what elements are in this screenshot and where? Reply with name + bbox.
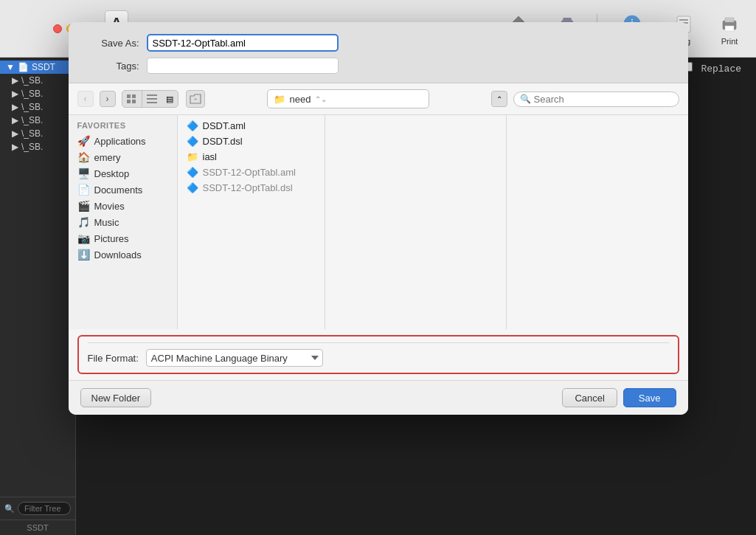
fav-downloads[interactable]: ⬇️ Downloads: [69, 246, 177, 263]
save-button[interactable]: Save: [623, 388, 676, 407]
save-as-row: Save As:: [80, 34, 676, 52]
file-name: SSDT-12-OptTabl.dsl: [203, 182, 293, 193]
svg-rect-15: [132, 100, 136, 103]
cancel-button[interactable]: Cancel: [562, 388, 617, 407]
fav-label: emery: [94, 152, 121, 163]
svg-rect-16: [147, 94, 157, 96]
icon-view-button[interactable]: [122, 91, 142, 107]
fav-applications[interactable]: 🚀 Applications: [69, 133, 177, 149]
svg-rect-18: [147, 102, 157, 103]
file-list: 🔷 DSDT.aml 🔷 DSDT.dsl 📁 iasl: [178, 115, 688, 329]
column-view-button[interactable]: ▤: [162, 91, 178, 107]
aml-icon-2: 🔷: [187, 167, 198, 178]
dialog-header: Save As: Tags:: [69, 22, 688, 83]
fav-label: Desktop: [94, 168, 130, 179]
forward-button[interactable]: ›: [100, 91, 116, 107]
fav-label: Documents: [94, 184, 143, 196]
dsl-icon-2: 🔷: [187, 182, 198, 193]
file-item-dsdt-dsl[interactable]: 🔷 DSDT.dsl: [178, 134, 325, 149]
tags-row: Tags:: [80, 58, 676, 74]
location-chevron-icon: ⌃⌄: [315, 95, 327, 103]
save-as-input[interactable]: [147, 34, 339, 52]
documents-icon: 📄: [77, 184, 90, 196]
folder-icon: 📁: [187, 151, 198, 162]
list-view-icon: [147, 94, 157, 103]
format-bar: File Format: ACPI Machine Language Binar…: [77, 335, 679, 374]
file-column-2: [325, 115, 507, 329]
location-expand-button[interactable]: ⌃: [491, 91, 507, 107]
format-row: File Format: ACPI Machine Language Binar…: [88, 349, 669, 367]
desktop-icon: 🖥️: [77, 168, 90, 179]
save-dialog: Save As: Tags: ‹ ›: [69, 22, 688, 415]
file-item-ssdt-aml[interactable]: 🔷 SSDT-12-OptTabl.aml: [178, 165, 325, 180]
list-view-button[interactable]: [142, 91, 162, 107]
svg-text:+: +: [193, 96, 197, 103]
aml-icon: 🔷: [187, 120, 198, 131]
fav-label: Downloads: [94, 249, 142, 260]
fav-documents[interactable]: 📄 Documents: [69, 182, 177, 198]
search-input[interactable]: [534, 94, 673, 105]
fav-label: Pictures: [94, 233, 129, 244]
file-column-3: [507, 115, 688, 329]
new-folder-button[interactable]: New Folder: [80, 388, 151, 407]
svg-rect-13: [132, 94, 136, 98]
applications-icon: 🚀: [77, 135, 90, 147]
file-column-main: 🔷 DSDT.aml 🔷 DSDT.dsl 📁 iasl: [178, 115, 325, 329]
dsl-icon: 🔷: [187, 136, 198, 147]
dialog-footer: New Folder Cancel Save: [69, 380, 688, 415]
favorites-header: Favorites: [69, 121, 177, 133]
svg-rect-14: [127, 100, 131, 103]
movies-icon: 🎬: [77, 200, 90, 212]
fav-movies[interactable]: 🎬 Movies: [69, 198, 177, 214]
pictures-icon: 📷: [77, 232, 90, 244]
main-area: ▼ 📄 SSDT ▶ \_SB. ▶ \_SB. ▶ \_SB. ▶ \_SB.: [0, 58, 756, 535]
save-as-label: Save As:: [80, 38, 139, 49]
fav-desktop[interactable]: 🖥️ Desktop: [69, 165, 177, 182]
new-folder-icon: +: [190, 94, 201, 104]
save-dialog-overlay: Save As: Tags: ‹ ›: [0, 0, 756, 535]
file-name: DSDT.dsl: [203, 136, 243, 147]
location-label: need: [290, 94, 311, 105]
format-divider: [88, 342, 669, 343]
back-button[interactable]: ‹: [77, 91, 94, 107]
search-box: 🔍: [513, 92, 679, 107]
fav-label: Music: [94, 217, 119, 228]
svg-rect-17: [147, 98, 157, 100]
file-name: iasl: [203, 151, 218, 162]
search-icon: 🔍: [520, 94, 531, 104]
new-folder-icon-button[interactable]: +: [186, 90, 205, 108]
location-picker[interactable]: 📁 need ⌃⌄: [267, 89, 429, 108]
tags-label: Tags:: [80, 61, 139, 72]
file-item-ssdt-dsl[interactable]: 🔷 SSDT-12-OptTabl.dsl: [178, 180, 325, 196]
folder-icon: 📁: [274, 94, 285, 105]
svg-rect-12: [127, 94, 131, 98]
file-name: DSDT.aml: [203, 120, 246, 131]
fav-emery[interactable]: 🏠 emery: [69, 149, 177, 165]
format-select[interactable]: ACPI Machine Language BinaryACPI Source …: [146, 349, 323, 367]
tags-input[interactable]: [147, 58, 339, 74]
view-toggle: ▤: [122, 90, 178, 108]
file-item-iasl[interactable]: 📁 iasl: [178, 149, 325, 165]
music-icon: 🎵: [77, 216, 90, 228]
file-name: SSDT-12-OptTabl.aml: [203, 167, 296, 178]
fav-label: Applications: [94, 136, 146, 147]
browser-main: Favorites 🚀 Applications 🏠 emery 🖥️ Desk…: [69, 115, 688, 329]
home-icon: 🏠: [77, 151, 90, 163]
fav-label: Movies: [94, 201, 125, 212]
file-item-dsdt-aml[interactable]: 🔷 DSDT.aml: [178, 118, 325, 134]
browser-sidebar: Favorites 🚀 Applications 🏠 emery 🖥️ Desk…: [69, 115, 178, 329]
dialog-buttons: Cancel Save: [562, 388, 676, 407]
fav-music[interactable]: 🎵 Music: [69, 214, 177, 230]
fav-pictures[interactable]: 📷 Pictures: [69, 230, 177, 246]
file-browser: ‹ ›: [69, 83, 688, 374]
icon-view-icon: [127, 94, 137, 103]
downloads-icon: ⬇️: [77, 249, 90, 260]
format-label: File Format:: [88, 353, 139, 364]
browser-toolbar: ‹ ›: [69, 83, 688, 115]
